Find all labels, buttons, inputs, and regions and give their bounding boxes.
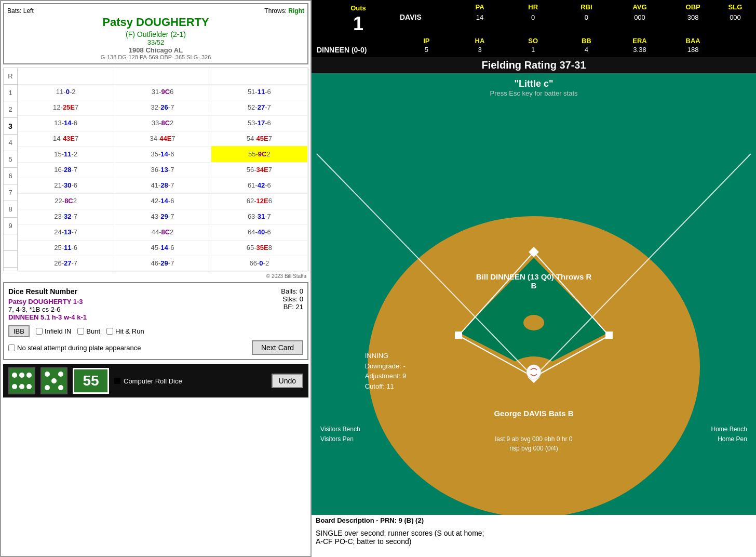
dot (51, 378, 57, 383)
col-pa: PA (453, 3, 507, 11)
undo-button[interactable]: Undo (272, 374, 303, 388)
black-square-icon (114, 378, 120, 384)
field-container: "Little c" Press Esc key for batter stat… (312, 73, 756, 515)
balls-display: Balls: 0 (281, 287, 303, 295)
no-steal-checkbox[interactable]: No steal attempt during plate appearance (8, 344, 141, 352)
row-labels: R123456789 (3, 68, 18, 271)
player-position: (F) Outfielder (2-1) (7, 30, 304, 38)
dice-pitcher-line: DINNEEN 5.1 h-3 w-4 k-1 (8, 313, 87, 321)
result-cell-15: 15- 11 - 2 (18, 146, 114, 163)
bench-left: Visitors Bench Visitors Pen (320, 425, 360, 444)
result-cell-34: 34- 44 E 7 (114, 130, 211, 147)
bats-val: Left (23, 7, 34, 15)
ibb-button[interactable]: IBB (8, 325, 30, 337)
row-label-5: 5 (4, 151, 17, 168)
result-cell-12: 12- 25 E 7 (18, 99, 114, 116)
dot (45, 372, 50, 377)
result-cell-51: 51- 11 - 6 (211, 84, 308, 100)
die-1 (8, 367, 35, 394)
infield-in-input[interactable] (36, 328, 43, 335)
player-header: Bats: Left Throws: Right (7, 7, 304, 15)
result-cell-32: 32- 26 - 7 (114, 99, 211, 116)
davis-avg: 000 (613, 14, 667, 21)
result-cell-52: 52- 27 - 7 (211, 99, 308, 116)
row-label-9: 9 (4, 218, 17, 234)
throws-label: Throws: (264, 7, 287, 15)
result-cell-44: 44- 8 C 2 (114, 224, 211, 241)
right-panel: PA HR RBI AVG OBP SLG Outs DAVIS 14 0 0 … (312, 0, 756, 557)
col-ha: HA (453, 37, 507, 45)
dinneen-team: DINNEEN (0-0) (317, 46, 400, 54)
col-obp: OBP (666, 3, 720, 11)
result-cell-46: 46- 29 - 7 (114, 255, 211, 272)
score-header: PA HR RBI AVG OBP SLG Outs (317, 3, 751, 12)
left-panel: Bats: Left Throws: Right Patsy DOUGHERTY… (0, 0, 312, 557)
board-description-label: Board Description - PRN: 9 (B) (2) (312, 515, 756, 526)
stks-display: Stks: 0 (281, 295, 303, 303)
dice-player-line: Patsy DOUGHERTY 1-3 (8, 298, 87, 306)
card-grid: R123456789 11- 0 - 231- 9 C 651- 11 - 61… (3, 68, 308, 271)
dot (26, 384, 32, 389)
result-cell-43: 43- 29 - 7 (114, 208, 211, 225)
result-cell-22: 22- 8 C 2 (18, 193, 114, 209)
col-avg: AVG (613, 3, 667, 11)
dice-title: Dice Result Number (8, 287, 87, 296)
davis-pa: 14 (453, 14, 507, 21)
pitcher-info: Bill DINNEEN (13 Q0) Throws R B (476, 272, 592, 290)
svg-point-4 (523, 315, 544, 330)
bats-label: Bats: (7, 7, 21, 15)
results-grid: 11- 0 - 231- 9 C 651- 11 - 612- 25 E 732… (18, 68, 308, 271)
bunt-checkbox[interactable]: Bunt (77, 327, 100, 335)
dice-roller: 55 Computer Roll Dice Undo (3, 364, 308, 397)
dot (12, 373, 17, 378)
row-label-8: 8 (4, 201, 17, 218)
dot (12, 384, 17, 389)
dinneen-ha: 3 (453, 46, 507, 54)
row-label-2: 2 (4, 101, 17, 118)
dinneen-so: 1 (506, 46, 560, 54)
result-cell-13: 13- 14 - 6 (18, 115, 114, 131)
no-steal-row: No steal attempt during plate appearance… (8, 340, 303, 355)
hit-run-input[interactable] (106, 328, 113, 335)
hit-run-label: Hit & Run (115, 327, 144, 335)
bunt-label: Bunt (86, 327, 100, 335)
result-cell-61: 61- 42 - 6 (211, 177, 308, 194)
dinneen-era: 3.38 (613, 46, 667, 54)
result-cell-55: 55- 9 C 2 (211, 146, 308, 163)
row-label-7: 7 (4, 184, 17, 201)
dinneen-baa: 188 (666, 46, 720, 54)
result-cell-53: 53- 17 - 6 (211, 115, 308, 131)
result-cell-64: 64- 40 - 6 (211, 224, 308, 241)
fielding-rating: Fielding Rating 37-31 (312, 57, 756, 73)
result-cell-35: 35- 14 - 6 (114, 146, 211, 163)
hit-run-checkbox[interactable]: Hit & Run (106, 327, 144, 335)
player-number: 33/52 (7, 38, 304, 46)
col-ip: IP (400, 37, 453, 45)
col-hr: HR (506, 3, 560, 11)
result-cell-31: 31- 9 C 6 (114, 84, 211, 100)
col-slg: SLG (720, 3, 751, 11)
player-name: Patsy DOUGHERTY (7, 16, 304, 29)
result-header-2 (211, 68, 308, 85)
row-label-6: 6 (4, 168, 17, 184)
dot (26, 373, 32, 378)
dinneen-bb: 4 (560, 46, 613, 54)
outs-value: 1 (317, 13, 400, 35)
infield-in-label: Infield IN (45, 327, 71, 335)
bunt-input[interactable] (77, 328, 84, 335)
inning-info: INNING Downgrade: - Adjustment: 9 Cutoff… (365, 351, 407, 391)
result-cell-66: 66- 0 - 2 (211, 255, 308, 272)
infield-in-checkbox[interactable]: Infield IN (36, 327, 71, 335)
col-so: SO (506, 37, 560, 45)
result-cell-42: 42- 14 - 6 (114, 193, 211, 209)
result-cell-26: 26- 27 - 7 (18, 255, 114, 272)
next-card-button[interactable]: Next Card (252, 340, 303, 355)
throws-info: Throws: Right (264, 7, 304, 15)
no-steal-input[interactable] (8, 344, 15, 351)
result-cell-36: 36- 13 - 7 (114, 162, 211, 178)
row-label-0: R (4, 68, 17, 85)
result-cell-14: 14- 43 E 7 (18, 130, 114, 147)
row-label-1: 1 (4, 85, 17, 101)
dot (58, 372, 63, 377)
result-cell-21: 21- 30 - 6 (18, 177, 114, 194)
